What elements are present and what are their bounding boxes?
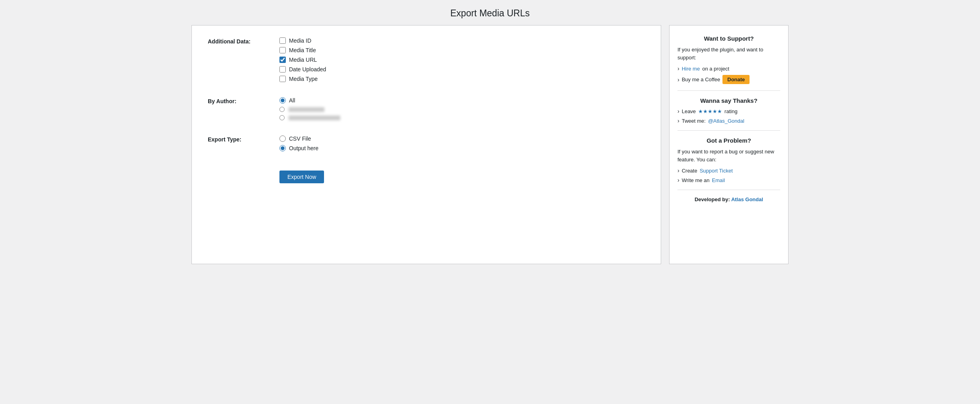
date-uploaded-label[interactable]: Date Uploaded bbox=[289, 66, 326, 73]
support-ticket-item: Create Support Ticket bbox=[677, 167, 780, 174]
author-2-item[interactable] bbox=[279, 115, 645, 120]
additional-data-row: Additional Data: Media ID Media Title Me… bbox=[208, 37, 645, 85]
checkbox-media-title[interactable]: Media Title bbox=[279, 47, 645, 53]
media-type-checkbox[interactable] bbox=[279, 76, 286, 82]
rating-item: Leave ★★★★★ rating bbox=[677, 108, 780, 114]
export-type-label: Export Type: bbox=[208, 135, 279, 155]
tweet-prefix: Tweet me: bbox=[682, 118, 706, 124]
by-author-controls: All bbox=[279, 97, 645, 124]
support-ticket-prefix: Create bbox=[682, 168, 697, 174]
author-all-label[interactable]: All bbox=[289, 97, 295, 104]
media-title-checkbox[interactable] bbox=[279, 47, 286, 53]
hire-me-link[interactable]: Hire me bbox=[682, 66, 700, 72]
author-1-radio[interactable] bbox=[279, 107, 285, 112]
export-type-controls: CSV File Output here bbox=[279, 135, 645, 155]
export-type-row: Export Type: CSV File Output here bbox=[208, 135, 645, 155]
date-uploaded-checkbox[interactable] bbox=[279, 66, 286, 73]
additional-data-label: Additional Data: bbox=[208, 37, 279, 85]
email-item: Write me an Email bbox=[677, 177, 780, 183]
additional-data-controls: Media ID Media Title Media URL Date Uplo… bbox=[279, 37, 645, 85]
export-csv-label[interactable]: CSV File bbox=[289, 135, 311, 142]
want-support-text: If you enjoyed the plugin, and want to s… bbox=[677, 46, 780, 61]
checkbox-date-uploaded[interactable]: Date Uploaded bbox=[279, 66, 645, 73]
donate-prefix: Buy me a Coffee bbox=[682, 76, 720, 82]
got-problem-text: If you want to report a bug or suggest n… bbox=[677, 148, 780, 163]
page-title: Export Media URLs bbox=[0, 0, 980, 25]
author-2-name bbox=[289, 116, 340, 120]
support-list: Hire me on a project Buy me a Coffee Don… bbox=[677, 65, 780, 84]
divider-1 bbox=[677, 90, 780, 91]
media-url-label[interactable]: Media URL bbox=[289, 57, 317, 63]
divider-3 bbox=[677, 190, 780, 190]
wanna-thanks-title: Wanna say Thanks? bbox=[677, 97, 780, 104]
by-author-label: By Author: bbox=[208, 97, 279, 124]
export-output-radio[interactable] bbox=[279, 145, 286, 151]
main-panel: Additional Data: Media ID Media Title Me… bbox=[191, 25, 661, 264]
export-csv-item[interactable]: CSV File bbox=[279, 135, 645, 142]
donate-button[interactable]: Donate bbox=[722, 75, 750, 84]
author-1-name bbox=[289, 107, 324, 112]
media-type-label[interactable]: Media Type bbox=[289, 76, 318, 82]
divider-2 bbox=[677, 130, 780, 131]
media-id-label[interactable]: Media ID bbox=[289, 37, 311, 44]
by-author-row: By Author: All bbox=[208, 97, 645, 124]
export-now-button[interactable]: Export Now bbox=[279, 171, 324, 183]
author-1-item[interactable] bbox=[279, 107, 645, 112]
leave-prefix: Leave bbox=[682, 108, 696, 114]
tweet-link[interactable]: @Atlas_Gondal bbox=[708, 118, 744, 124]
developed-by-link[interactable]: Atlas Gondal bbox=[731, 196, 763, 202]
hire-me-suffix: on a project bbox=[702, 66, 729, 72]
export-output-item[interactable]: Output here bbox=[279, 145, 645, 151]
developed-by-line: Developed by: Atlas Gondal bbox=[677, 196, 780, 202]
export-csv-radio[interactable] bbox=[279, 135, 286, 142]
problem-list: Create Support Ticket Write me an Email bbox=[677, 167, 780, 183]
sidebar-panel: Want to Support? If you enjoyed the plug… bbox=[669, 25, 789, 264]
developed-by-label: Developed by: bbox=[695, 196, 730, 202]
media-id-checkbox[interactable] bbox=[279, 37, 286, 44]
export-output-label[interactable]: Output here bbox=[289, 145, 318, 151]
media-url-checkbox[interactable] bbox=[279, 57, 286, 63]
main-layout: Additional Data: Media ID Media Title Me… bbox=[184, 25, 796, 272]
author-all-radio[interactable] bbox=[279, 97, 286, 104]
donate-item: Buy me a Coffee Donate bbox=[677, 75, 780, 84]
rating-suffix: rating bbox=[724, 108, 738, 114]
thanks-list: Leave ★★★★★ rating Tweet me: @Atlas_Gond… bbox=[677, 108, 780, 124]
export-button-container: Export Now bbox=[279, 167, 645, 183]
email-link[interactable]: Email bbox=[712, 177, 725, 183]
star-rating[interactable]: ★★★★★ bbox=[698, 108, 722, 114]
email-prefix: Write me an bbox=[682, 177, 710, 183]
checkbox-media-id[interactable]: Media ID bbox=[279, 37, 645, 44]
media-title-label[interactable]: Media Title bbox=[289, 47, 316, 53]
checkbox-media-url[interactable]: Media URL bbox=[279, 57, 645, 63]
author-2-radio[interactable] bbox=[279, 115, 285, 120]
got-problem-title: Got a Problem? bbox=[677, 137, 780, 144]
tweet-item: Tweet me: @Atlas_Gondal bbox=[677, 118, 780, 124]
checkbox-media-type[interactable]: Media Type bbox=[279, 76, 645, 82]
want-support-title: Want to Support? bbox=[677, 35, 780, 42]
author-all-item[interactable]: All bbox=[279, 97, 645, 104]
support-ticket-link[interactable]: Support Ticket bbox=[700, 168, 733, 174]
hire-me-item: Hire me on a project bbox=[677, 65, 780, 72]
